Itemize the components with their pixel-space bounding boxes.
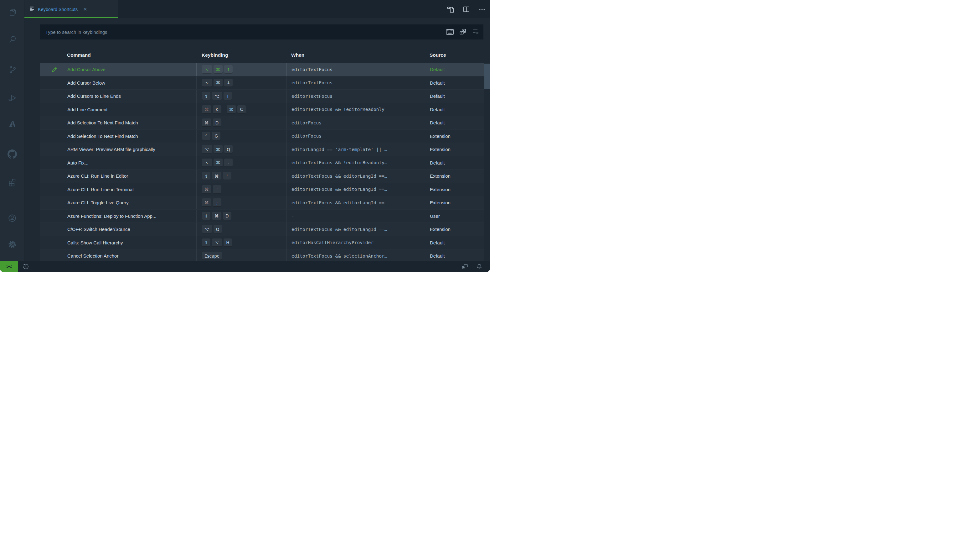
keycap: ⌥: [202, 159, 212, 167]
table-row[interactable]: Add Cursor Above⌥⌘↑editorTextFocusDefaul…: [40, 63, 484, 76]
explorer-icon[interactable]: [0, 3, 24, 20]
when-cell: editorTextFocus && !editorReadonly…: [286, 156, 425, 169]
command-cell: ARM Viewer: Preview ARM file graphically: [62, 143, 196, 156]
keybinding-cell: ⇧⌥H: [196, 236, 286, 249]
keycap: ⌘: [202, 198, 212, 207]
table-row[interactable]: Azure CLI: Run Line in Editor⇧⌘'editorTe…: [40, 169, 484, 183]
edit-cell: [40, 143, 62, 156]
accounts-icon[interactable]: [0, 210, 24, 226]
key-chord: ⌘;: [202, 198, 223, 207]
command-cell: Auto Fix...: [62, 156, 196, 169]
table-row[interactable]: Azure CLI: Run Line in Terminal⌘'editorT…: [40, 183, 484, 196]
source-cell: Default: [425, 103, 484, 116]
keycap: .: [224, 159, 232, 167]
when-cell: -: [286, 210, 425, 223]
table-header: Command Keybinding When Source: [40, 47, 484, 63]
edit-pencil-icon[interactable]: [51, 66, 58, 73]
table-row[interactable]: Add Cursor Below⌥⌘↓editorTextFocusDefaul…: [40, 76, 484, 89]
command-cell: Add Cursor Below: [62, 77, 196, 89]
table-row[interactable]: Calls: Show Call Hierarchy⇧⌥HeditorHasCa…: [40, 236, 484, 249]
command-cell: Calls: Show Call Hierarchy: [62, 236, 196, 249]
run-and-debug-icon[interactable]: [0, 89, 24, 106]
command-cell: Azure CLI: Toggle Live Query: [62, 196, 196, 209]
keycap: ⌃: [202, 132, 210, 140]
table-row[interactable]: Add Line Comment⌘K⌘CeditorTextFocus && !…: [40, 103, 484, 116]
github-icon[interactable]: [0, 146, 24, 162]
table-row[interactable]: Azure Functions: Deploy to Function App.…: [40, 209, 484, 223]
keycap: ⌥: [212, 92, 222, 100]
clear-search-icon[interactable]: [471, 28, 480, 36]
keybinding-cell: ⇧⌘': [196, 169, 286, 183]
source-control-icon[interactable]: [0, 61, 24, 77]
when-cell: editorTextFocus && editorLangId ==…: [286, 223, 425, 236]
keycap: ;: [213, 198, 221, 207]
settings-gear-icon[interactable]: [0, 236, 24, 252]
header-command[interactable]: Command: [62, 47, 196, 63]
more-actions-icon[interactable]: [478, 5, 486, 13]
when-cell: editorTextFocus && editorLangId ==…: [286, 196, 425, 209]
edit-cell: [40, 116, 62, 129]
keybinding-cell: ⌃G: [196, 130, 286, 143]
source-cell: Default: [425, 77, 484, 89]
key-chord: ⇧⌘': [202, 172, 233, 180]
notifications-bell-icon[interactable]: [476, 263, 483, 270]
close-tab-icon[interactable]: ×: [83, 6, 87, 12]
keybinding-cell: ⌥⌘↓: [196, 77, 286, 89]
record-keys-icon[interactable]: [446, 29, 454, 35]
open-keybindings-json-icon[interactable]: [447, 5, 455, 13]
search-input[interactable]: [45, 29, 446, 35]
command-cell: Add Selection To Next Find Match: [62, 116, 196, 129]
table-row[interactable]: Add Cursors to Line Ends⇧⌥IeditorTextFoc…: [40, 89, 484, 103]
table-row[interactable]: Cancel Selection AnchorEscapeeditorTextF…: [40, 249, 484, 261]
azure-icon[interactable]: [0, 116, 24, 132]
split-editor-icon[interactable]: [462, 5, 471, 13]
keycap: H: [224, 238, 232, 247]
keycap: ⌥: [202, 65, 212, 73]
scrollbar-thumb[interactable]: [484, 64, 490, 89]
table-row[interactable]: Add Selection To Next Find Match⌃Geditor…: [40, 129, 484, 143]
edit-cell: [40, 223, 62, 236]
history-icon[interactable]: [22, 263, 29, 270]
keycap: ': [223, 172, 231, 180]
editor-actions: [447, 0, 486, 18]
keybindings-search-bar: [40, 24, 484, 40]
keycap: ⌘: [202, 118, 212, 127]
keycap: ⌥: [202, 145, 212, 153]
table-row[interactable]: Add Selection To Next Find Match⌘Deditor…: [40, 116, 484, 129]
source-cell: Default: [425, 249, 484, 261]
source-cell: Default: [425, 236, 484, 249]
when-cell: editorTextFocus && selectionAnchor…: [286, 249, 425, 261]
search-icon[interactable]: [0, 31, 24, 47]
when-cell: editorTextFocus && editorLangId ==…: [286, 169, 425, 183]
command-cell: Add Selection To Next Find Match: [62, 130, 196, 143]
when-cell: editorTextFocus: [286, 63, 425, 76]
key-chord: ⌥⌘↑: [202, 65, 234, 73]
edit-cell: [40, 77, 62, 89]
edit-cell: [40, 210, 62, 223]
remote-indicator[interactable]: ><: [0, 261, 18, 272]
table-row[interactable]: Azure CLI: Toggle Live Query⌘;editorText…: [40, 196, 484, 209]
table-row[interactable]: ARM Viewer: Preview ARM file graphically…: [40, 143, 484, 156]
header-keybinding[interactable]: Keybinding: [196, 47, 286, 63]
keycap: ⌘: [212, 212, 221, 220]
table-row[interactable]: C/C++: Switch Header/Source⌥OeditorTextF…: [40, 222, 484, 236]
edit-cell: [40, 196, 62, 209]
feedback-icon[interactable]: [461, 263, 469, 270]
keycap: ⌘: [202, 105, 212, 114]
header-when[interactable]: When: [286, 47, 425, 63]
keycap: ⌘: [227, 105, 236, 114]
key-chord: ⇧⌥H: [202, 238, 234, 247]
keycap: ': [213, 185, 221, 194]
key-chord: ⌥O: [202, 225, 224, 233]
when-cell: editorHasCallHierarchyProvider: [286, 236, 425, 249]
command-cell: Cancel Selection Anchor: [62, 249, 196, 261]
tab-keyboard-shortcuts[interactable]: Keyboard Shortcuts ×: [24, 0, 118, 18]
key-chord: ⌘D: [202, 118, 223, 127]
edit-cell: [40, 183, 62, 196]
sort-by-precedence-icon[interactable]: [459, 28, 467, 36]
header-source[interactable]: Source: [425, 47, 484, 63]
keycap: ↑: [224, 65, 232, 73]
extensions-icon[interactable]: [0, 174, 24, 190]
keybindings-list-icon: [29, 6, 35, 13]
table-row[interactable]: Auto Fix...⌥⌘.editorTextFocus && !editor…: [40, 156, 484, 169]
